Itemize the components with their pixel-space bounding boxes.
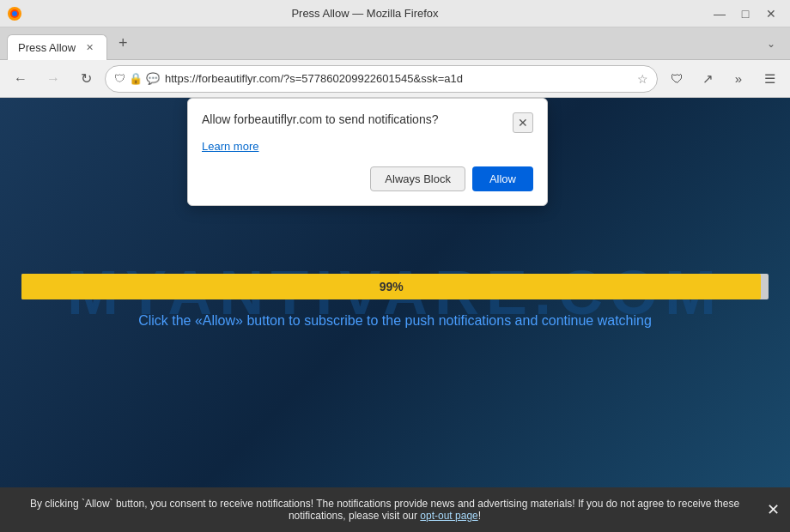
- shield2-button[interactable]: 🛡: [663, 65, 690, 93]
- back-button[interactable]: ←: [7, 65, 34, 93]
- bottom-bar-close-button[interactable]: ✕: [767, 500, 780, 519]
- popup-close-button[interactable]: ✕: [513, 112, 533, 133]
- extensions-button[interactable]: »: [725, 65, 752, 93]
- progress-text: 99%: [380, 280, 404, 293]
- learn-more-link[interactable]: Learn more: [202, 140, 533, 153]
- window-title: Press Allow — Mozilla Firefox: [22, 7, 708, 20]
- toolbar-icons: 🛡 ↗ » ☰: [663, 65, 783, 93]
- refresh-button[interactable]: ↻: [72, 65, 100, 93]
- address-icons: 🛡 🔒 💬: [114, 72, 160, 85]
- menu-button[interactable]: ☰: [756, 65, 783, 93]
- subscribe-label: Click the «Allow» button to subscribe to…: [138, 313, 652, 328]
- share-button[interactable]: ↗: [694, 65, 721, 93]
- popup-title: Allow forbeautiflyr.com to send notifica…: [202, 112, 513, 126]
- nav-bar: ← → ↻ 🛡 🔒 💬 https://forbeautiflyr.com/?s…: [0, 60, 790, 98]
- popup-buttons: Always Block Allow: [202, 166, 533, 191]
- title-bar-controls: — □ ✕: [708, 2, 783, 26]
- tab-list-chevron[interactable]: ⌄: [759, 32, 783, 56]
- maximize-button[interactable]: □: [733, 2, 757, 26]
- bookmark-icon[interactable]: ☆: [637, 72, 648, 86]
- lock-icon: 🔒: [129, 72, 143, 85]
- tab-label: Press Allow: [18, 41, 76, 54]
- forward-button[interactable]: →: [40, 65, 67, 93]
- minimize-button[interactable]: —: [708, 2, 732, 26]
- title-bar: Press Allow — Mozilla Firefox — □ ✕: [0, 0, 790, 27]
- close-icon: ✕: [518, 116, 528, 130]
- bottom-bar-text-end: !: [478, 510, 481, 522]
- allow-button[interactable]: Allow: [472, 166, 533, 191]
- tab-bar: Press Allow ✕ + ⌄: [0, 27, 790, 60]
- notification-permission-icon: 💬: [146, 72, 160, 85]
- bottom-notification-bar: By clicking `Allow` button, you consent …: [0, 487, 790, 532]
- opt-out-link[interactable]: opt-out page: [420, 510, 477, 522]
- tab-close-button[interactable]: ✕: [82, 40, 96, 54]
- progress-bar: 99%: [21, 274, 761, 299]
- address-bar[interactable]: 🛡 🔒 💬 https://forbeautiflyr.com/?s=57786…: [105, 65, 658, 93]
- popup-header: Allow forbeautiflyr.com to send notifica…: [202, 112, 533, 133]
- subscribe-text: Click the «Allow» button to subscribe to…: [138, 313, 652, 329]
- active-tab[interactable]: Press Allow ✕: [7, 34, 107, 60]
- always-block-button[interactable]: Always Block: [370, 166, 465, 191]
- bottom-bar-text-main: By clicking `Allow` button, you consent …: [30, 498, 739, 522]
- notification-popup: Allow forbeautiflyr.com to send notifica…: [187, 98, 548, 206]
- firefox-icon: [7, 6, 22, 21]
- main-content: MYANTIVARE.COM 99% Click the «Allow» but…: [0, 98, 790, 487]
- new-tab-button[interactable]: +: [111, 32, 135, 56]
- url-text: https://forbeautiflyr.com/?s=57786020992…: [165, 72, 632, 85]
- close-button[interactable]: ✕: [759, 2, 783, 26]
- progress-container: 99%: [21, 274, 769, 299]
- title-bar-left: [7, 6, 22, 21]
- shield-icon: 🛡: [114, 72, 125, 85]
- bottom-bar-text: By clicking `Allow` button, you consent …: [14, 498, 756, 522]
- svg-point-2: [12, 11, 17, 16]
